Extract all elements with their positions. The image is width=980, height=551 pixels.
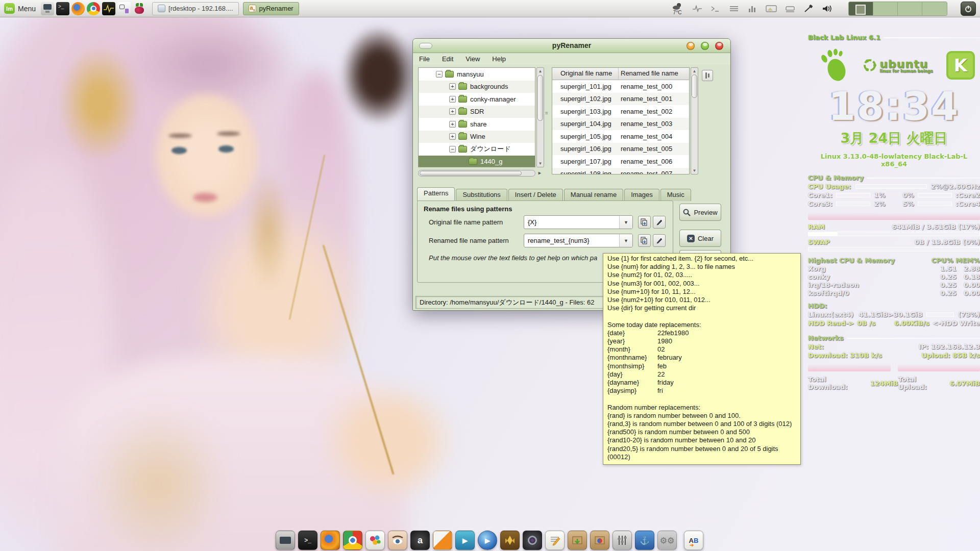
clear-button[interactable]: ✕ Clear <box>679 230 721 247</box>
pane-splitter[interactable]: ≡ <box>545 110 547 116</box>
terminal-tray-icon[interactable] <box>710 5 721 13</box>
menu-view[interactable]: View <box>459 54 486 64</box>
volume-icon[interactable] <box>822 4 833 13</box>
workspace-4[interactable] <box>922 2 947 15</box>
chevron-down-icon[interactable]: ▼ <box>619 216 632 229</box>
preview-button[interactable]: Preview <box>679 204 721 221</box>
tree-row[interactable]: − ダウンロード <box>419 143 535 156</box>
file-list[interactable]: Original file name Renamed file name sup… <box>552 67 690 174</box>
file-list-scrollbar[interactable]: ▲ ▼ <box>691 67 698 174</box>
dock-icon-chrome[interactable] <box>343 531 362 550</box>
tree-row-root[interactable]: − mansyuu <box>419 68 535 81</box>
menu-help[interactable]: Help <box>486 54 512 64</box>
file-row-partial[interactable]: supergirl_108.jpgrename_test_007 <box>552 168 689 175</box>
tab-music[interactable]: Music <box>660 189 691 201</box>
raspberry-launcher-icon[interactable] <box>133 2 146 15</box>
maximize-button[interactable] <box>701 42 709 50</box>
file-row[interactable]: supergirl_107.jpgrename_test_006 <box>552 155 689 168</box>
tree-row-selected[interactable]: 1440_g <box>419 156 535 168</box>
file-list-header[interactable]: Original file name Renamed file name <box>552 68 689 80</box>
file-row[interactable]: supergirl_106.jpgrename_test_005 <box>552 143 689 156</box>
directory-tree[interactable]: − mansyuu + backgrounds + conky-manager … <box>418 67 535 167</box>
chrome-launcher-icon[interactable] <box>87 2 100 15</box>
minimize-button[interactable] <box>687 42 695 50</box>
tree-horizontal-scrollbar[interactable] <box>418 170 535 177</box>
tree-row[interactable]: + conky-manager <box>419 93 535 106</box>
tree-row[interactable]: + backgrounds <box>419 81 535 93</box>
menu-lines-icon[interactable] <box>729 5 739 13</box>
file-row[interactable]: supergirl_102.jpgrename_test_001 <box>552 93 689 106</box>
scroll-down-icon[interactable]: ▼ <box>537 161 544 166</box>
scroll-up-icon[interactable]: ▲ <box>537 69 544 73</box>
weather-applet[interactable]: 7°C <box>672 2 683 15</box>
connector-icon[interactable] <box>803 4 814 13</box>
dock-icon-dock-settings[interactable]: ⚓ <box>635 531 654 550</box>
renamed-pattern-combo[interactable]: rename_test_{num3} ▼ <box>524 234 633 247</box>
computer-launcher-icon[interactable] <box>41 2 54 15</box>
menu-edit[interactable]: Edit <box>436 54 459 64</box>
workspace-1[interactable] <box>849 2 873 15</box>
original-pattern-combo[interactable]: {X} ▼ <box>524 215 633 229</box>
expand-expander-icon[interactable]: + <box>449 108 456 115</box>
collapse-expander-icon[interactable]: − <box>436 71 443 78</box>
tree-row[interactable]: + share <box>419 118 535 131</box>
dock-icon-terminal[interactable]: >_ <box>298 531 317 550</box>
dock-icon-golden-crest[interactable] <box>500 531 520 550</box>
scroll-down-icon[interactable]: ▼ <box>691 168 698 173</box>
tab-substitutions[interactable]: Substitutions <box>456 189 507 201</box>
menu-button[interactable]: lm Menu <box>0 0 41 17</box>
close-button[interactable] <box>715 42 723 50</box>
expand-expander-icon[interactable]: + <box>449 121 456 128</box>
dock-icon-camera-lens[interactable] <box>523 531 542 550</box>
column-renamed[interactable]: Renamed file name <box>619 68 689 80</box>
chevron-down-icon[interactable]: ▼ <box>619 234 632 247</box>
system-monitor-icon[interactable] <box>692 5 702 13</box>
menu-file[interactable]: File <box>413 54 436 64</box>
column-options-button[interactable] <box>702 70 713 81</box>
workspace-switcher[interactable] <box>848 2 947 16</box>
eject-icon[interactable] <box>785 5 795 13</box>
terminal-launcher-icon[interactable]: >_ <box>56 2 69 15</box>
dock-icon-package-installer[interactable] <box>568 531 587 550</box>
tree-vertical-scrollbar[interactable]: ▲ ▼ <box>536 67 544 167</box>
pattern-insert-button[interactable] <box>638 234 651 247</box>
collapse-expander-icon[interactable]: − <box>449 146 456 153</box>
pattern-edit-button[interactable] <box>653 234 666 247</box>
bar-chart-icon[interactable] <box>747 5 757 13</box>
image-viewer-icon[interactable] <box>766 5 777 13</box>
power-button[interactable] <box>961 2 976 16</box>
dock-icon-media-player[interactable]: ▶ <box>478 531 497 550</box>
dock-icon-gimp[interactable] <box>365 531 385 550</box>
column-original[interactable]: Original file name <box>552 68 619 80</box>
dock-icon-package-manager[interactable] <box>590 531 609 550</box>
taskbar-item-pyrenamer[interactable]: as pyRenamer <box>243 2 299 15</box>
renamed-pattern-value[interactable]: rename_test_{num3} <box>524 237 619 244</box>
dock-icon-translator[interactable]: AB➜ <box>684 531 703 550</box>
lab-tool-launcher-icon[interactable] <box>117 2 131 15</box>
dock-icon-video-converter[interactable]: ▶ <box>455 531 475 550</box>
expand-expander-icon[interactable]: + <box>449 83 456 90</box>
workspace-3[interactable] <box>898 2 922 15</box>
scroll-up-icon[interactable]: ▲ <box>691 69 698 73</box>
dock-icon-gears[interactable]: ⚙⚙ <box>657 531 677 550</box>
file-row[interactable]: supergirl_101.jpgrename_test_000 <box>552 80 689 93</box>
dock-icon-audacious[interactable]: a <box>410 531 430 550</box>
dock-icon-openshot[interactable] <box>433 531 452 550</box>
expand-expander-icon[interactable]: + <box>449 96 456 103</box>
file-row[interactable]: supergirl_103.jpgrename_test_002 <box>552 105 689 118</box>
original-pattern-value[interactable]: {X} <box>524 218 619 226</box>
titlebar[interactable]: pyRenamer <box>413 39 730 53</box>
expand-expander-icon[interactable]: + <box>449 133 456 140</box>
dock-icon-text-editor[interactable] <box>545 531 565 550</box>
workspace-2[interactable] <box>873 2 898 15</box>
file-row[interactable]: supergirl_104.jpgrename_test_003 <box>552 118 689 131</box>
file-row[interactable]: supergirl_105.jpgrename_test_004 <box>552 130 689 143</box>
tab-insert-delete[interactable]: Insert / Delete <box>508 189 563 201</box>
tree-row[interactable]: + Wine <box>419 131 535 143</box>
dock-icon-firefox[interactable] <box>321 531 340 550</box>
dock-icon-eye-viewer[interactable] <box>388 531 407 550</box>
pattern-insert-button[interactable] <box>638 216 651 229</box>
dock-icon-computer[interactable] <box>276 531 295 550</box>
dock-icon-sound-mixer[interactable] <box>612 531 632 550</box>
scroll-right-icon[interactable]: ► <box>537 170 542 176</box>
